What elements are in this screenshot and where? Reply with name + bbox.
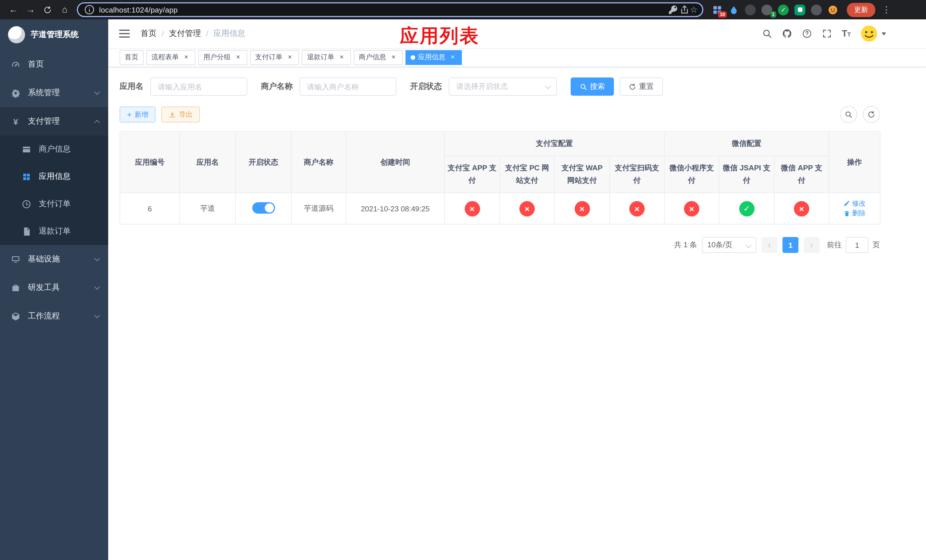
merchant-name-input[interactable]: [300, 77, 396, 96]
goto-prefix: 前往: [827, 240, 842, 250]
col-alipay-wap: 支付宝 WAP 网站支付: [554, 156, 610, 193]
sidebar-item-app-info[interactable]: 应用信息: [0, 163, 108, 190]
status-select[interactable]: 请选择开启状态: [449, 77, 557, 96]
close-icon[interactable]: ×: [286, 53, 294, 61]
page-size-select[interactable]: 10条/页: [702, 237, 756, 253]
url-text[interactable]: localhost:1024/pay/app: [99, 5, 178, 14]
col-status: 开启状态: [236, 131, 291, 193]
prev-page-button[interactable]: ‹: [761, 237, 777, 253]
col-created: 创建时间: [346, 131, 445, 193]
search-button[interactable]: 搜索: [570, 77, 614, 96]
tab-pay-orders[interactable]: 支付订单×: [250, 50, 299, 65]
breadcrumb-payment[interactable]: 支付管理: [169, 29, 201, 39]
col-alipay-pc: 支付宝 PC 网站支付: [500, 156, 554, 193]
col-app-id: 应用编号: [120, 131, 180, 193]
pagination: 共 1 条 10条/页 ‹ 1 › 前往 页: [120, 237, 880, 253]
tab-flow-form[interactable]: 流程表单×: [146, 50, 195, 65]
tab-merchant-info[interactable]: 商户信息×: [354, 50, 402, 65]
close-icon[interactable]: ×: [234, 53, 242, 61]
add-button[interactable]: + 新增: [120, 106, 156, 123]
close-icon[interactable]: ×: [449, 53, 457, 61]
sidebar-item-infrastructure[interactable]: 基础设施: [0, 245, 108, 274]
app-title: 芋道管理系统: [31, 30, 79, 40]
col-alipay-qr: 支付宝扫码支付: [610, 156, 664, 193]
address-bar[interactable]: localhost:1024/pay/app ☆: [77, 2, 703, 17]
merchant-name-label: 商户名称: [261, 82, 293, 92]
hamburger-icon[interactable]: [119, 30, 130, 38]
current-page-button[interactable]: 1: [782, 237, 799, 253]
extension-profile-icon[interactable]: 1: [761, 4, 772, 15]
tab-user-group[interactable]: 用户分组×: [198, 50, 247, 65]
extension-grid-icon[interactable]: 10: [712, 4, 723, 15]
goto-page-input[interactable]: [846, 237, 869, 253]
share-icon[interactable]: [679, 4, 690, 15]
sidebar-item-merchant-info[interactable]: 商户信息: [0, 136, 108, 163]
monitor-icon: [11, 254, 21, 264]
fullscreen-icon[interactable]: [822, 29, 832, 39]
chevron-down-icon: [94, 312, 100, 318]
col-actions: 操作: [829, 131, 880, 193]
avatar[interactable]: [861, 25, 878, 42]
browser-avatar-icon[interactable]: [828, 4, 838, 15]
col-group-wechat: 微信配置: [664, 131, 829, 156]
delete-button[interactable]: 删除: [843, 209, 865, 218]
yen-icon: ¥: [11, 117, 21, 126]
search-icon[interactable]: [762, 29, 772, 39]
close-icon[interactable]: ×: [182, 53, 190, 61]
profile-badge: 1: [770, 11, 776, 17]
refresh-table-button[interactable]: [863, 106, 880, 123]
sidebar-item-home[interactable]: 首页: [0, 50, 108, 79]
cell-created: 2021-10-23 08:49:25: [346, 193, 445, 224]
browser-home-icon[interactable]: ⌂: [57, 2, 72, 17]
sidebar-item-workflow[interactable]: 工作流程: [0, 302, 108, 330]
extension-drop-icon[interactable]: [728, 4, 739, 15]
logo-row[interactable]: 芋道管理系统: [0, 20, 108, 50]
browser-forward-icon[interactable]: →: [23, 2, 38, 17]
close-icon[interactable]: ×: [338, 53, 346, 61]
extension-green-square-icon[interactable]: [794, 4, 805, 15]
cell-app-id: 6: [120, 193, 180, 224]
export-button[interactable]: 导出: [161, 106, 200, 123]
bookmark-star-icon[interactable]: ☆: [690, 5, 698, 15]
goto-suffix: 页: [873, 240, 880, 250]
toggle-search-button[interactable]: [840, 106, 857, 123]
app-name-input[interactable]: [150, 77, 247, 96]
search-icon: [844, 110, 853, 118]
reset-button[interactable]: 重置: [620, 77, 663, 96]
sidebar-item-payment[interactable]: ¥ 支付管理: [0, 107, 108, 136]
font-size-icon[interactable]: TT: [842, 29, 851, 38]
extensions-area: 10 1 ✓: [712, 4, 838, 15]
breadcrumb-home[interactable]: 首页: [141, 29, 157, 39]
help-icon[interactable]: [802, 29, 812, 39]
site-info-icon[interactable]: [84, 4, 95, 15]
pencil-icon: [843, 200, 850, 207]
github-icon[interactable]: [782, 29, 792, 39]
config-status-alipay-pc: ×: [519, 201, 535, 216]
tab-refund-orders[interactable]: 退款订单×: [302, 50, 351, 65]
edit-button[interactable]: 修改: [843, 199, 865, 209]
sidebar-item-refund-orders[interactable]: 退款订单: [0, 218, 108, 245]
next-page-button[interactable]: ›: [803, 237, 820, 253]
extension-puzzle-icon[interactable]: [811, 4, 822, 15]
chevron-down-icon: [94, 284, 100, 290]
tab-app-info[interactable]: 应用信息×: [406, 50, 462, 65]
sidebar-item-pay-orders[interactable]: 支付订单: [0, 190, 108, 218]
browser-back-icon[interactable]: ←: [6, 2, 21, 17]
sidebar-item-dev-tools[interactable]: 研发工具: [0, 274, 108, 302]
row-status-switch[interactable]: [252, 202, 275, 213]
user-menu[interactable]: [861, 25, 886, 42]
browser-menu-icon[interactable]: ⋮: [882, 5, 891, 15]
download-icon: [169, 111, 176, 118]
gear-icon: [11, 88, 21, 98]
close-icon[interactable]: ×: [390, 53, 398, 61]
tab-home[interactable]: 首页: [120, 50, 144, 65]
extension-check-icon[interactable]: ✓: [778, 4, 789, 15]
browser-refresh-icon[interactable]: [40, 2, 55, 17]
browser-update-button[interactable]: 更新: [847, 3, 875, 17]
filter-form: 应用名 商户名称 开启状态 请选择开启状态: [120, 77, 915, 96]
password-key-icon[interactable]: [667, 4, 679, 15]
extension-dark-icon[interactable]: [745, 4, 756, 15]
cell-app-name: 芋道: [180, 193, 236, 224]
sidebar-item-system[interactable]: 系统管理: [0, 79, 108, 107]
cell-merchant: 芋道源码: [291, 193, 346, 224]
